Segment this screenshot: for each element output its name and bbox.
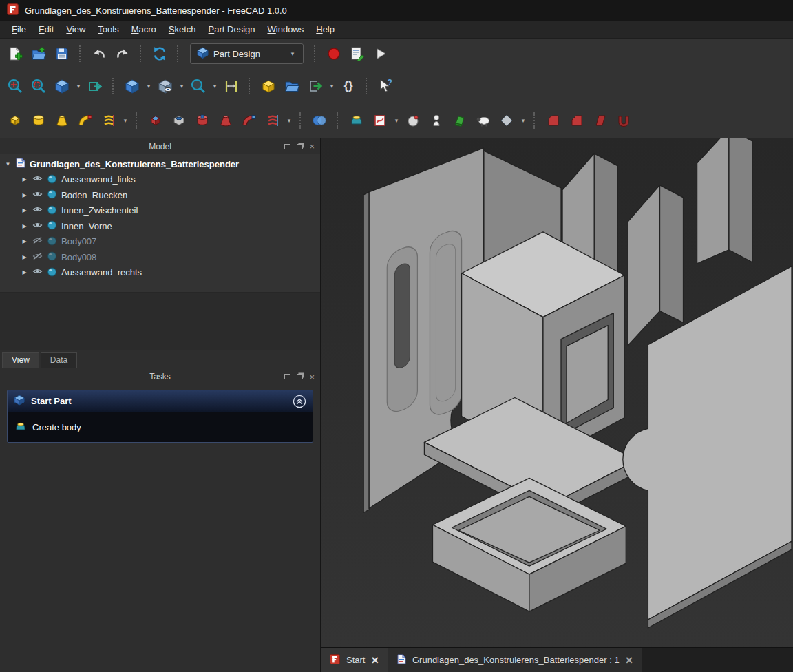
zoom-tools-button[interactable]: [187, 75, 209, 97]
menu-help[interactable]: Help: [310, 22, 341, 36]
branch-collapsed-icon[interactable]: ▶: [21, 192, 28, 198]
macro-record-button[interactable]: [323, 43, 345, 65]
groove-button[interactable]: [191, 109, 213, 132]
datum-point-button[interactable]: [425, 109, 447, 132]
tab-view[interactable]: View: [2, 352, 39, 368]
panel-restore-icon[interactable]: [284, 374, 290, 379]
chevron-down-icon[interactable]: ▾: [145, 83, 153, 90]
menu-part-design[interactable]: Part Design: [202, 22, 262, 36]
boolean-button[interactable]: [308, 109, 330, 132]
undo-button[interactable]: [88, 43, 110, 65]
branch-collapsed-icon[interactable]: ▶: [21, 269, 28, 275]
panel-float-icon[interactable]: [297, 374, 303, 379]
branch-expanded-icon[interactable]: ▼: [4, 161, 12, 167]
refresh-button[interactable]: [149, 43, 171, 65]
thickness-button[interactable]: [613, 109, 635, 132]
eye-icon[interactable]: [32, 267, 43, 277]
draft-button[interactable]: [589, 109, 611, 132]
draw-style-button[interactable]: [154, 75, 176, 97]
revolution-button[interactable]: [28, 109, 50, 132]
eye-icon[interactable]: [32, 205, 43, 216]
open-file-button[interactable]: [28, 43, 50, 65]
eye-slash-icon[interactable]: [32, 236, 43, 246]
axonometric-view-button[interactable]: [51, 75, 73, 97]
chevron-down-icon[interactable]: ▾: [211, 83, 219, 90]
pad-button[interactable]: [4, 109, 26, 132]
chevron-down-icon[interactable]: ▾: [392, 117, 401, 124]
transform-mirror-button[interactable]: [402, 109, 424, 132]
datum-plane-button[interactable]: [496, 109, 518, 132]
chamfer-button[interactable]: [566, 109, 588, 132]
panel-float-icon[interactable]: [297, 144, 303, 149]
tree-row[interactable]: ▶ Aussenwand_links: [0, 172, 320, 188]
create-body-button[interactable]: [346, 109, 368, 132]
chevron-down-icon[interactable]: ▾: [519, 117, 527, 124]
start-part-header[interactable]: Start Part: [8, 390, 313, 412]
tab-data[interactable]: Data: [41, 352, 77, 368]
tree-row[interactable]: ▶ Innen_Zwischenteil: [0, 203, 320, 219]
chevron-down-icon[interactable]: ▾: [328, 83, 336, 90]
subtractive-helix-button[interactable]: [262, 109, 284, 132]
clone-button[interactable]: [472, 109, 494, 132]
tab-document-view[interactable]: Grundlagen_des_Konstruierens_Batteriespe…: [388, 648, 642, 672]
close-icon[interactable]: ×: [626, 654, 633, 666]
expression-button[interactable]: {}: [337, 75, 359, 97]
eye-icon[interactable]: [32, 221, 43, 231]
redo-button[interactable]: [112, 43, 134, 65]
chevron-down-icon[interactable]: ▾: [285, 117, 293, 124]
tree-root-row[interactable]: ▼ Grundlagen_des_Konstruierens_Batteries…: [0, 156, 320, 172]
create-part-button[interactable]: [257, 75, 279, 97]
eye-slash-icon[interactable]: [32, 252, 43, 262]
isometric-view-button[interactable]: [121, 75, 143, 97]
menu-edit[interactable]: Edit: [32, 22, 60, 36]
subtractive-pipe-button[interactable]: [238, 109, 260, 132]
make-link-button[interactable]: [304, 75, 326, 97]
chevron-down-icon[interactable]: ▾: [121, 117, 129, 124]
menu-view[interactable]: View: [60, 22, 92, 36]
collapse-section-button[interactable]: [293, 395, 306, 408]
new-file-button[interactable]: [4, 43, 26, 65]
panel-restore-icon[interactable]: [284, 144, 290, 149]
fillet-button[interactable]: [542, 109, 564, 132]
additive-loft-button[interactable]: [51, 109, 73, 132]
tab-start-page[interactable]: Start ×: [321, 648, 388, 672]
additive-helix-button[interactable]: [98, 109, 120, 132]
whats-this-button[interactable]: ?: [374, 75, 396, 97]
create-group-button[interactable]: [281, 75, 303, 97]
branch-collapsed-icon[interactable]: ▶: [21, 207, 28, 213]
branch-collapsed-icon[interactable]: ▶: [21, 238, 28, 244]
macro-play-button[interactable]: [370, 43, 392, 65]
menu-macro[interactable]: Macro: [125, 22, 162, 36]
tree-row[interactable]: ▶ Aussenwand_rechts: [0, 265, 320, 281]
eye-icon[interactable]: [32, 190, 43, 200]
close-icon[interactable]: ×: [371, 654, 379, 666]
hole-button[interactable]: [168, 109, 190, 132]
additive-pipe-button[interactable]: [74, 109, 96, 132]
tree-row[interactable]: ▶ Innen_Vorne: [0, 218, 320, 234]
save-button[interactable]: [51, 43, 73, 65]
menu-windows[interactable]: Windows: [262, 22, 310, 36]
workbench-selector[interactable]: Part Design ▾: [190, 43, 304, 64]
menu-tools[interactable]: Tools: [92, 22, 125, 36]
create-body-action[interactable]: Create body: [8, 412, 313, 442]
viewport-3d[interactable]: [321, 138, 793, 647]
chevron-down-icon[interactable]: ▾: [178, 83, 186, 90]
measure-button[interactable]: [220, 75, 242, 97]
panel-close-icon[interactable]: ×: [309, 372, 315, 381]
pocket-button[interactable]: [145, 109, 167, 132]
branch-collapsed-icon[interactable]: ▶: [21, 254, 28, 260]
chevron-down-icon[interactable]: ▾: [74, 83, 83, 90]
menu-sketch[interactable]: Sketch: [162, 22, 202, 36]
panel-close-icon[interactable]: ×: [309, 142, 315, 151]
create-sketch-button[interactable]: [369, 109, 391, 132]
sync-view-button[interactable]: [84, 75, 106, 97]
branch-collapsed-icon[interactable]: ▶: [21, 176, 28, 182]
branch-collapsed-icon[interactable]: ▶: [21, 223, 28, 229]
tree-row[interactable]: ▶ Boden_Ruecken: [0, 187, 320, 203]
shapebinder-button[interactable]: [449, 109, 471, 132]
subtractive-loft-button[interactable]: [215, 109, 237, 132]
zoom-selection-button[interactable]: [28, 75, 50, 97]
tree-row[interactable]: ▶ Body008: [0, 249, 320, 265]
tree-row[interactable]: ▶ Body007: [0, 234, 320, 250]
menu-file[interactable]: File: [6, 22, 32, 36]
